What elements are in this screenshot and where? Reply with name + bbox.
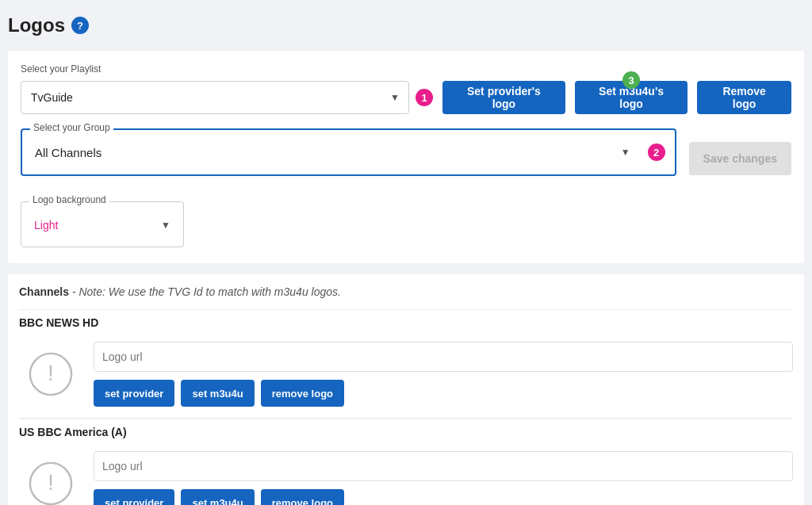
- playlist-select-wrap: TvGuide ▼: [21, 81, 409, 114]
- group-select-row: All Channels ▼ 2: [32, 136, 665, 168]
- channel-group-2: US BBC America (A) ! set provider set m3…: [19, 419, 793, 505]
- playlist-select[interactable]: TvGuide: [21, 81, 409, 114]
- set-m3u4u-wrap: 3 Set m3u4u's logo: [575, 81, 688, 114]
- page-title: Logos: [8, 14, 65, 36]
- set-m3u4u-btn-2[interactable]: set m3u4u: [181, 489, 254, 505]
- channels-header: Channels - Note: We use the TVG Id to ma…: [19, 285, 793, 298]
- logo-bg-legend: Logo background: [29, 194, 109, 205]
- group-badge: 2: [648, 143, 665, 161]
- channel-placeholder-icon-1: !: [28, 351, 74, 397]
- set-m3u4u-btn-1[interactable]: set m3u4u: [181, 380, 254, 407]
- channel-group-1: BBC NEWS HD ! set provider set m3u4u rem…: [19, 309, 793, 419]
- channels-heading: Channels: [19, 285, 69, 298]
- playlist-field-group: Select your Playlist TvGuide ▼ 1: [21, 63, 433, 114]
- logo-url-input-1[interactable]: [94, 342, 793, 372]
- svg-text:!: !: [48, 471, 54, 495]
- channel-details-1: set provider set m3u4u remove logo: [94, 342, 793, 407]
- logo-bg-select-wrap: Light ▼: [31, 212, 174, 239]
- channel-btns-2: set provider set m3u4u remove logo: [94, 489, 793, 505]
- svg-text:!: !: [48, 362, 54, 385]
- set-provider-logo-button[interactable]: Set provider's logo: [442, 81, 565, 114]
- save-changes-button[interactable]: Save changes: [689, 142, 791, 175]
- group-select-legend: Select your Group: [30, 122, 113, 133]
- playlist-row: Select your Playlist TvGuide ▼ 1 Set pro…: [21, 63, 791, 114]
- channel-name-2: US BBC America (A): [19, 419, 793, 443]
- channel-icon-wrap-1: !: [19, 351, 82, 397]
- set-provider-btn-2[interactable]: set provider: [94, 489, 174, 505]
- remove-logo-btn-2[interactable]: remove logo: [261, 489, 344, 505]
- channel-row-1: ! set provider set m3u4u remove logo: [19, 334, 793, 419]
- playlist-badge: 1: [416, 89, 433, 106]
- group-select-section: Select your Group All Channels ▼ 2: [21, 128, 676, 176]
- channel-icon-wrap-2: !: [19, 461, 82, 505]
- top-card: Select your Playlist TvGuide ▼ 1 Set pro…: [8, 51, 804, 263]
- group-select[interactable]: All Channels: [32, 136, 640, 168]
- logo-bg-select[interactable]: Light: [31, 212, 174, 239]
- channels-card: Channels - Note: We use the TVG Id to ma…: [8, 274, 804, 505]
- help-icon[interactable]: ?: [71, 17, 89, 34]
- group-select-wrap: All Channels ▼: [32, 136, 640, 168]
- remove-logo-btn-1[interactable]: remove logo: [261, 380, 344, 407]
- set-provider-btn-1[interactable]: set provider: [94, 380, 174, 407]
- channels-note: - Note: We use the TVG Id to match with …: [72, 285, 341, 298]
- channel-btns-1: set provider set m3u4u remove logo: [94, 380, 793, 407]
- channel-row-2: ! set provider set m3u4u remove logo: [19, 443, 793, 505]
- channel-details-2: set provider set m3u4u remove logo: [94, 451, 793, 505]
- set-m3u4u-badge: 3: [622, 71, 640, 89]
- logo-url-input-2[interactable]: [94, 451, 793, 481]
- playlist-label: Select your Playlist: [21, 63, 433, 75]
- channel-name-1: BBC NEWS HD: [19, 309, 793, 334]
- channel-placeholder-icon-2: !: [28, 461, 74, 505]
- logo-bg-section: Logo background Light ▼: [21, 201, 184, 247]
- remove-logo-button[interactable]: Remove logo: [697, 81, 791, 114]
